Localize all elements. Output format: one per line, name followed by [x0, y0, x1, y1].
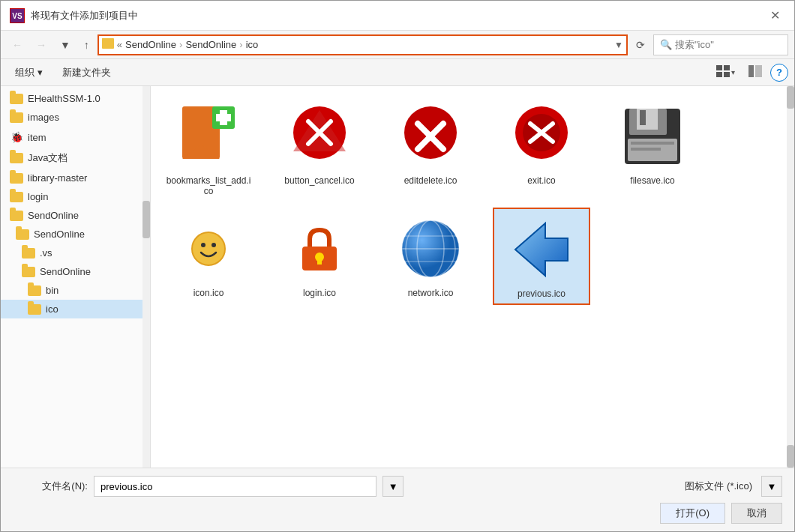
svg-point-35: [212, 243, 216, 247]
sidebar-item-vs[interactable]: .vs: [1, 244, 150, 262]
folder-icon: [10, 153, 23, 163]
sidebar-scrollbar-thumb[interactable]: [142, 201, 150, 238]
sidebar-item-label: images: [28, 112, 59, 123]
file-label-bookmarks: bookmarks_list_add.ico: [165, 175, 252, 196]
sidebar-item-label: SendOnline: [40, 266, 91, 277]
search-input[interactable]: [675, 39, 782, 50]
dropdown-button[interactable]: ▼: [55, 36, 76, 54]
dialog-title: 将现有文件添加到项目中: [31, 9, 138, 22]
svg-rect-38: [317, 259, 322, 265]
view-chevron-icon: ▾: [731, 68, 735, 76]
search-icon: 🔍: [660, 39, 672, 50]
folder-icon: [10, 112, 23, 123]
file-item-editdelete[interactable]: editdelete.ico: [382, 95, 479, 202]
address-part-2: SendOnline: [125, 39, 176, 50]
filetype-label: 图标文件 (*.ico): [685, 480, 752, 493]
search-box: 🔍: [653, 34, 788, 55]
sidebar-item-login[interactable]: login: [1, 187, 150, 206]
view-icon: [716, 65, 731, 79]
sidebar-item-label: bin: [46, 285, 58, 296]
open-button[interactable]: 打开(O): [660, 503, 725, 524]
folder-breadcrumb-icon: [102, 38, 114, 51]
sidebar-item-ico[interactable]: ico: [1, 300, 150, 318]
file-item-network[interactable]: network.ico: [382, 208, 479, 305]
sidebar-item-label: library-master: [28, 172, 87, 184]
file-item-exit[interactable]: exit.ico: [493, 95, 590, 202]
sidebar-item-label: login: [28, 191, 48, 202]
sidebar-item-label: EHealthSSM-1.0: [28, 93, 100, 104]
bottom-bar: 文件名(N): ▼ 图标文件 (*.ico) ▼ 打开(O) 取消: [1, 468, 794, 531]
file-icon-filesave: [616, 100, 688, 172]
file-scrollbar-bottom[interactable]: [787, 445, 794, 468]
file-icon-cancel: [284, 100, 356, 172]
dialog-window: VS 将现有文件添加到项目中 ✕ ← → ▼ ↑: [0, 0, 795, 532]
sidebar-item-label: item: [28, 132, 46, 143]
title-bar-left: VS 将现有文件添加到项目中: [10, 8, 138, 23]
file-icon-network: [394, 213, 466, 285]
cancel-button[interactable]: 取消: [731, 503, 782, 524]
help-icon: ?: [776, 67, 782, 78]
sidebar-item-sendonline-root[interactable]: SendOnline: [1, 206, 150, 225]
file-browser: bookmarks_list_add.ico button_cancel.ico: [151, 86, 794, 468]
address-sep-2: ›: [239, 39, 242, 50]
filename-dropdown[interactable]: ▼: [382, 476, 404, 497]
sidebar-item-sendonline-child[interactable]: SendOnline: [1, 225, 150, 244]
help-button[interactable]: ?: [770, 64, 788, 82]
filetype-dropdown[interactable]: ▼: [761, 476, 782, 497]
svg-marker-46: [515, 223, 568, 276]
sidebar-item-java[interactable]: Java文档: [1, 148, 150, 169]
refresh-button[interactable]: ⟳: [631, 36, 650, 54]
file-icon-icon: [172, 213, 244, 285]
file-scrollbar-top[interactable]: [787, 86, 794, 109]
app-icon: VS: [10, 8, 25, 23]
address-bar-wrapper[interactable]: « SendOnline › SendOnline › ico ▼: [98, 34, 628, 55]
file-label-editdelete: editdelete.ico: [404, 175, 458, 186]
file-item-cancel[interactable]: button_cancel.ico: [271, 95, 368, 202]
organize-button[interactable]: 组织 ▾: [7, 63, 51, 82]
address-dropdown-icon[interactable]: ▼: [614, 40, 623, 50]
file-label-login: login.ico: [303, 288, 336, 298]
file-item-previous[interactable]: previous.ico: [493, 208, 590, 305]
file-label-icon: icon.ico: [194, 288, 224, 298]
file-item-bookmarks[interactable]: bookmarks_list_add.ico: [160, 95, 257, 202]
svg-rect-7: [724, 72, 730, 77]
file-label-previous: previous.ico: [518, 288, 566, 299]
close-button[interactable]: ✕: [764, 5, 785, 26]
pane-button[interactable]: [743, 62, 767, 82]
forward-button[interactable]: →: [31, 36, 52, 54]
folder-icon: [28, 304, 41, 315]
pane-icon: [748, 65, 762, 79]
organize-label: 组织 ▾: [15, 66, 43, 79]
sidebar-item-label: Java文档: [28, 151, 68, 165]
address-part-1: «: [117, 39, 122, 50]
file-item-login[interactable]: login.ico: [271, 208, 368, 305]
file-label-network: network.ico: [408, 288, 454, 298]
file-label-filesave: filesave.ico: [630, 175, 674, 186]
new-folder-button[interactable]: 新建文件夹: [54, 63, 119, 82]
sidebar-item-library[interactable]: library-master: [1, 169, 150, 187]
view-button[interactable]: ▾: [711, 62, 740, 82]
file-icon-exit: [506, 100, 578, 172]
folder-icon: [16, 229, 29, 240]
address-part-current: ico: [246, 39, 259, 50]
sidebar-scrollbar: [142, 86, 150, 468]
sidebar-item-item[interactable]: 🐞 item: [1, 127, 150, 148]
svg-rect-3: [102, 38, 107, 41]
file-item-icon[interactable]: icon.ico: [160, 208, 257, 305]
filename-input[interactable]: [94, 476, 376, 497]
folder-icon: [28, 285, 41, 296]
address-part-3: SendOnline: [185, 39, 236, 50]
svg-rect-6: [716, 72, 722, 77]
folder-icon: [10, 173, 23, 184]
sidebar-item-ehealthssm[interactable]: EHealthSSM-1.0: [1, 89, 150, 108]
up-button[interactable]: ↑: [79, 36, 94, 54]
sidebar-item-label: ico: [46, 303, 58, 315]
sidebar-item-images[interactable]: images: [1, 108, 150, 127]
new-folder-label: 新建文件夹: [62, 66, 111, 79]
file-item-filesave[interactable]: filesave.ico: [604, 95, 701, 202]
sidebar-item-sendonline-inner[interactable]: SendOnline: [1, 262, 150, 281]
file-label-exit: exit.ico: [527, 175, 555, 186]
back-button[interactable]: ←: [7, 36, 28, 54]
sidebar-item-bin[interactable]: bin: [1, 281, 150, 300]
svg-point-33: [192, 232, 225, 265]
